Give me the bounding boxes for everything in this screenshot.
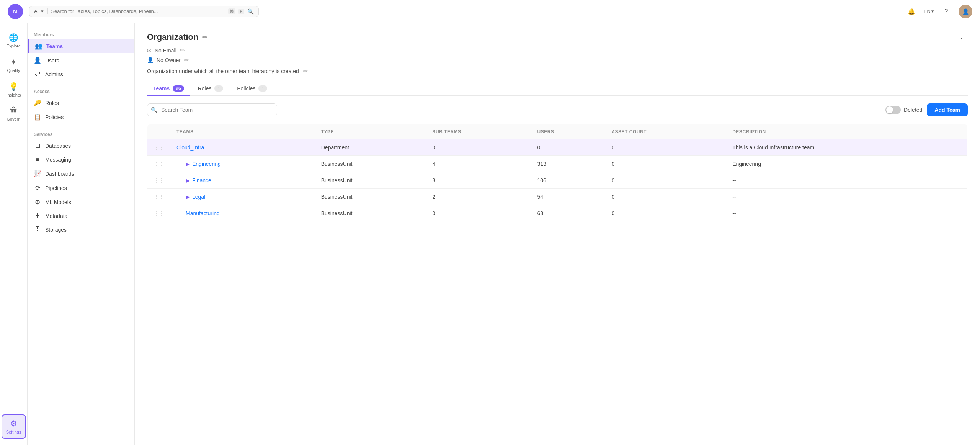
team-subteams-cell: 0 (426, 205, 531, 222)
dashboards-nav-icon: 📈 (34, 170, 41, 177)
nav-item-users[interactable]: 👤 Users (28, 53, 134, 67)
search-kbd2: K (238, 9, 244, 14)
expand-icon[interactable]: ▶ (186, 161, 190, 167)
owner-row: 👤 No Owner ✏ (147, 56, 968, 64)
team-description-cell: -- (726, 205, 967, 222)
drag-handle[interactable]: ⋮⋮ (147, 172, 171, 189)
table-row: ⋮⋮▶FinanceBusinessUnit31060-- (147, 172, 968, 189)
team-link[interactable]: Cloud_Infra (176, 144, 204, 151)
lang-label: EN (924, 8, 931, 14)
drag-handle[interactable]: ⋮⋮ (147, 189, 171, 205)
help-icon[interactable]: ? (940, 5, 952, 18)
quality-icon: ✦ (10, 57, 17, 67)
org-title-row: Organization ✏ (147, 32, 207, 42)
team-name-cell: ▶Finance (170, 172, 315, 189)
tabs-bar: Teams 26 Roles 1 Policies 1 (147, 82, 968, 96)
table-row: ⋮⋮Cloud_InfraDepartment000This is a Clou… (147, 139, 968, 156)
roles-count-badge: 1 (214, 85, 223, 92)
content-area: Organization ✏ ⋮ ✉ No Email ✏ 👤 No Owner… (135, 23, 980, 445)
sidebar-item-govern[interactable]: 🏛 Govern (2, 103, 26, 125)
team-type-cell: BusinessUnit (315, 156, 426, 172)
actions-right: Deleted Add Team (885, 103, 968, 116)
col-description: DESCRIPTION (726, 124, 967, 139)
sidebar-item-explore[interactable]: 🌐 Explore (2, 29, 26, 52)
tab-roles[interactable]: Roles 1 (192, 82, 229, 96)
tab-policies[interactable]: Policies 1 (231, 82, 273, 96)
team-description-cell: -- (726, 172, 967, 189)
description-edit-icon[interactable]: ✏ (303, 67, 308, 75)
tab-roles-label: Roles (198, 85, 212, 92)
drag-handle[interactable]: ⋮⋮ (147, 205, 171, 222)
app-logo: M (8, 4, 23, 19)
table-row: ⋮⋮▶LegalBusinessUnit2540-- (147, 189, 968, 205)
nav-item-databases[interactable]: ⊞ Databases (28, 139, 134, 153)
storages-nav-label: Storages (45, 227, 67, 233)
roles-nav-icon: 🔑 (34, 99, 41, 106)
nav-item-metadata[interactable]: 🗄 Metadata (28, 209, 134, 223)
team-subteams-cell: 3 (426, 172, 531, 189)
nav-item-roles[interactable]: 🔑 Roles (28, 96, 134, 110)
settings-icon: ⚙ (10, 419, 17, 428)
sidebar-item-settings[interactable]: ⚙ Settings (2, 414, 26, 439)
team-search-input[interactable] (147, 103, 277, 116)
search-icon: 🔍 (247, 8, 254, 15)
topbar-right: 🔔 EN ▾ ? 👤 (905, 5, 972, 18)
team-link[interactable]: Manufacturing (186, 210, 220, 216)
nav-item-messaging[interactable]: ≡ Messaging (28, 153, 134, 167)
more-icon: ⋮ (958, 34, 965, 43)
drag-handle[interactable]: ⋮⋮ (147, 156, 171, 172)
databases-nav-icon: ⊞ (34, 142, 41, 149)
expand-icon[interactable]: ▶ (186, 194, 190, 200)
storages-nav-icon: 🗄 (34, 226, 41, 233)
team-description-cell: Engineering (726, 156, 967, 172)
tab-policies-label: Policies (237, 85, 255, 92)
col-teams: TEAMS (170, 124, 315, 139)
search-filter-dropdown[interactable]: All ▾ (34, 8, 48, 14)
teams-count-badge: 26 (173, 85, 184, 92)
messaging-nav-icon: ≡ (34, 156, 41, 163)
search-input[interactable] (51, 8, 225, 14)
sidebar-item-quality[interactable]: ✦ Quality (2, 54, 26, 77)
team-name-cell: Cloud_Infra (170, 139, 315, 156)
nav-item-pipelines[interactable]: ⟳ Pipelines (28, 181, 134, 195)
nav-item-storages[interactable]: 🗄 Storages (28, 223, 134, 237)
expand-icon[interactable]: ▶ (186, 177, 190, 183)
lang-chevron-icon: ▾ (931, 8, 934, 14)
svg-text:M: M (13, 8, 18, 15)
nav-item-dashboards[interactable]: 📈 Dashboards (28, 167, 134, 181)
user-avatar[interactable]: 👤 (959, 5, 972, 18)
add-team-button[interactable]: Add Team (927, 103, 968, 116)
team-name-cell: ▶Legal (170, 189, 315, 205)
sidebar-item-insights[interactable]: 💡 Insights (2, 78, 26, 101)
team-assetcount-cell: 0 (605, 205, 726, 222)
actions-bar: 🔍 Deleted Add Team (147, 103, 968, 116)
team-link[interactable]: Legal (192, 194, 205, 200)
deleted-toggle-switch[interactable] (885, 106, 901, 114)
nav-item-mlmodels[interactable]: ⚙ ML Models (28, 195, 134, 209)
email-edit-icon[interactable]: ✏ (180, 47, 185, 54)
drag-handle[interactable]: ⋮⋮ (147, 139, 171, 156)
insights-label: Insights (7, 93, 21, 97)
team-link[interactable]: Finance (192, 177, 211, 183)
settings-label: Settings (6, 430, 21, 434)
language-selector[interactable]: EN ▾ (924, 8, 934, 14)
notifications-icon[interactable]: 🔔 (905, 5, 918, 18)
tab-teams[interactable]: Teams 26 (147, 82, 190, 96)
nav-item-teams[interactable]: 👥 Teams (28, 39, 134, 53)
icon-sidebar: 🌐 Explore ✦ Quality 💡 Insights 🏛 Govern … (0, 23, 28, 445)
more-menu-button[interactable]: ⋮ (956, 32, 968, 44)
owner-edit-icon[interactable]: ✏ (184, 56, 189, 64)
org-title-edit-icon[interactable]: ✏ (202, 34, 207, 41)
nav-item-policies[interactable]: 📋 Policies (28, 110, 134, 124)
admins-nav-icon: 🛡 (34, 71, 41, 78)
services-section-title: Services (28, 129, 134, 139)
description-row: Organization under which all the other t… (147, 67, 968, 75)
metadata-nav-icon: 🗄 (34, 213, 41, 219)
roles-nav-label: Roles (45, 100, 59, 106)
nav-item-admins[interactable]: 🛡 Admins (28, 67, 134, 81)
content-header: Organization ✏ ⋮ (147, 32, 968, 44)
global-search-bar[interactable]: All ▾ ⌘ K 🔍 (29, 6, 259, 17)
policies-nav-icon: 📋 (34, 113, 41, 121)
team-users-cell: 313 (531, 156, 605, 172)
team-link[interactable]: Engineering (192, 161, 221, 167)
